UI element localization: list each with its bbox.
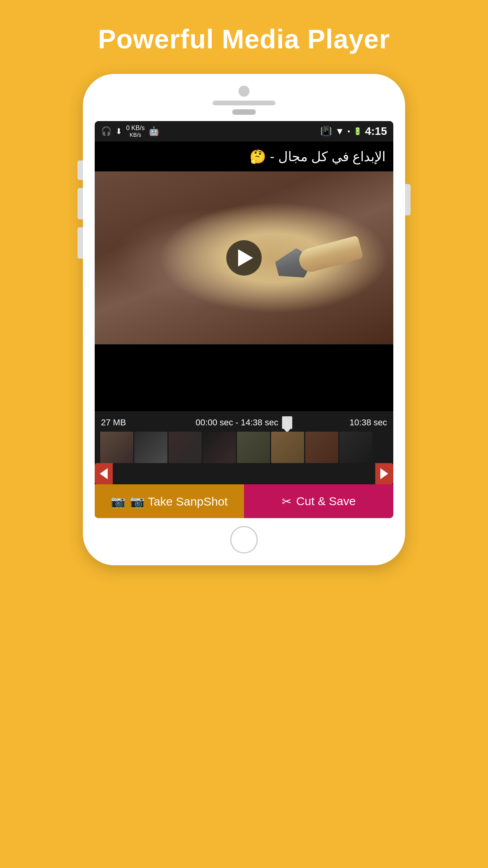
power-button [405, 184, 411, 215]
timeline-area: 27 MB 00:00 sec - 14:38 sec 10:38 sec [95, 411, 393, 484]
film-frame-6 [271, 432, 304, 463]
file-size: 27 MB [101, 417, 126, 428]
camera-icon: 📷 [111, 495, 125, 508]
volume-up-button [77, 160, 83, 180]
trim-handles [95, 463, 393, 484]
phone-screen: 🎧 ⬇ 0 KB/s KB/s 🤖 📳 ▼ ▪ 🔋 4:15 الإبداع ف… [95, 121, 393, 518]
video-title: الإبداع في كل مجال - 🤔 [95, 142, 393, 171]
front-camera [238, 86, 250, 97]
trim-handle-left[interactable] [95, 463, 113, 484]
sensor-bar [232, 109, 256, 115]
wifi-icon: ▼ [335, 126, 345, 137]
page-title: Powerful Media Player [98, 24, 390, 54]
android-icon: 🤖 [149, 126, 159, 136]
film-frame-5 [237, 432, 270, 463]
battery-icon: 🔋 [353, 127, 362, 136]
filmstrip [95, 432, 393, 463]
film-frame-3 [169, 432, 202, 463]
right-arrow-icon [380, 468, 388, 479]
current-time: 10:38 sec [350, 417, 387, 428]
film-frame-1 [100, 432, 133, 463]
vibrate-icon: 📳 [320, 126, 332, 137]
status-right-icons: 📳 ▼ ▪ 🔋 4:15 [320, 125, 387, 138]
timeline-cursor[interactable] [282, 416, 292, 429]
speaker [213, 101, 275, 105]
download-speed: 0 KB/s KB/s [126, 124, 145, 138]
download-icon: ⬇ [116, 127, 122, 136]
home-button[interactable] [230, 526, 258, 554]
phone-top [91, 86, 397, 115]
time-range: 00:00 sec - 14:38 sec [196, 416, 292, 429]
left-arrow-icon [100, 468, 108, 479]
film-frame-2 [134, 432, 167, 463]
timeline-info: 27 MB 00:00 sec - 14:38 sec 10:38 sec [95, 417, 393, 428]
silent-button [77, 227, 83, 259]
trim-handle-right[interactable] [375, 463, 393, 484]
film-frame-8 [339, 432, 372, 463]
play-icon [238, 249, 253, 267]
phone-bottom [91, 526, 397, 554]
film-frame-7 [305, 432, 338, 463]
cut-save-label: Cut & Save [296, 495, 356, 508]
status-bar: 🎧 ⬇ 0 KB/s KB/s 🤖 📳 ▼ ▪ 🔋 4:15 [95, 121, 393, 142]
black-spacer [95, 344, 393, 411]
status-left-icons: 🎧 ⬇ 0 KB/s KB/s 🤖 [101, 124, 159, 138]
phone-frame: 🎧 ⬇ 0 KB/s KB/s 🤖 📳 ▼ ▪ 🔋 4:15 الإبداع ف… [83, 74, 405, 565]
video-player[interactable] [95, 171, 393, 344]
film-frame-4 [203, 432, 236, 463]
volume-down-button [77, 188, 83, 219]
scissors-icon: ✂ [282, 495, 292, 508]
headphone-icon: 🎧 [101, 126, 112, 136]
play-button[interactable] [226, 240, 262, 276]
cut-save-button[interactable]: ✂ Cut & Save [244, 484, 393, 518]
sim-icon: ▪ [348, 127, 350, 136]
snapshot-label: 📷 Take SanpShot [130, 495, 227, 508]
bottom-buttons: 📷 📷 Take SanpShot ✂ Cut & Save [95, 484, 393, 518]
snapshot-button[interactable]: 📷 📷 Take SanpShot [95, 484, 244, 518]
status-time: 4:15 [365, 125, 387, 138]
